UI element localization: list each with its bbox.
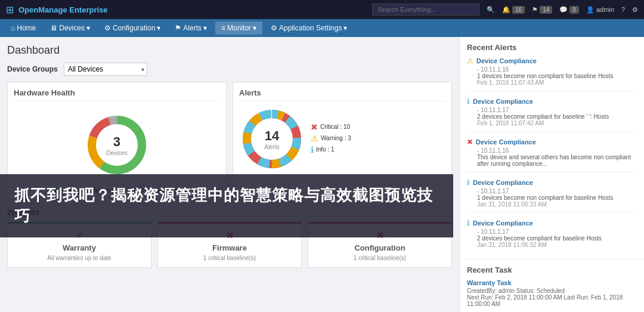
alert-err-icon-2: ✖ bbox=[467, 138, 473, 146]
alert-legend: ✖ Critical : 10 ⚠ Warning : 3 ℹ Info : 1 bbox=[311, 122, 351, 156]
info-alert-icon: ℹ bbox=[311, 145, 314, 155]
info-alert-label: Info : 1 bbox=[316, 146, 335, 153]
configuration-desc: 1 critical baseline(s) bbox=[314, 255, 445, 261]
warning-alert-label: Warning : 3 bbox=[321, 135, 351, 141]
alerts-badge: 🔔 16 bbox=[502, 6, 525, 14]
alert-header-3: ℹ Device Compliance bbox=[467, 178, 637, 187]
alert-item-4: ℹ Device Compliance - 10.11.1.17 2 devic… bbox=[467, 219, 637, 253]
alert-header-0: ⚠ Device Compliance bbox=[467, 57, 637, 65]
alert-item-0: ⚠ Device Compliance - 10.11.1.16 1 devic… bbox=[467, 57, 637, 91]
legend-info-alert: ℹ Info : 1 bbox=[311, 145, 351, 155]
device-groups-select-wrap[interactable]: All Devices ▾ bbox=[64, 63, 147, 76]
warranty-name: Warranty bbox=[14, 243, 145, 252]
nav-alerts-label: Alerts bbox=[183, 24, 202, 32]
nav-home[interactable]: ⌂ Home bbox=[5, 21, 42, 35]
alert-warn-icon-0: ⚠ bbox=[467, 57, 473, 65]
alert-item-1: ℹ Device Compliance - 10.11.1.17 2 devic… bbox=[467, 97, 637, 132]
overlay-banner: 抓不到我吧？揭秘资源管理中的智慧策略与高效截图预览技巧 bbox=[0, 174, 453, 237]
devices-icon: 🖥 bbox=[50, 24, 57, 32]
critical-alert-icon: ✖ bbox=[311, 122, 318, 132]
alert-title-3[interactable]: Device Compliance bbox=[473, 179, 533, 186]
alert-item-3: ℹ Device Compliance - 10.11.1.17 1 devic… bbox=[467, 178, 637, 213]
config-icon: ⚙ bbox=[104, 24, 111, 32]
alert-info-icon-1: ℹ bbox=[467, 97, 470, 106]
firmware-name: Firmware bbox=[164, 243, 295, 252]
config-arrow-icon: ▾ bbox=[157, 24, 160, 32]
alert-info-icon-4: ℹ bbox=[467, 219, 470, 227]
alert-header-1: ℹ Device Compliance bbox=[467, 97, 637, 106]
alert-time-0: Feb 1, 2018 11:07:43 AM bbox=[477, 79, 637, 86]
alerts-donut-wrap: 14 Alerts bbox=[239, 106, 305, 172]
nav-devices-label: Devices bbox=[59, 24, 85, 32]
alert-msg-3: 1 devices become non compliant for basel… bbox=[477, 194, 637, 201]
recent-alerts-title: Recent Alerts bbox=[467, 43, 637, 52]
alert-title-2[interactable]: Device Compliance bbox=[476, 138, 536, 146]
device-groups-label: Device Groups bbox=[7, 65, 58, 73]
alerts-content: 14 Alerts ✖ Critical : 10 ⚠ Warning : 3 bbox=[239, 106, 445, 172]
alert-msg-1: 2 devices become compliant for baseline … bbox=[477, 113, 637, 120]
devices-arrow-icon: ▾ bbox=[86, 24, 90, 32]
alert-time-4: Jan 31, 2018 11:06:32 AM bbox=[477, 242, 637, 248]
alert-title-0[interactable]: Device Compliance bbox=[476, 57, 537, 64]
alerts-count: 16 bbox=[512, 6, 525, 14]
alerts-sub: Alerts bbox=[264, 144, 280, 150]
username: admin bbox=[596, 6, 614, 13]
nav-configuration[interactable]: ⚙ Configuration ▾ bbox=[98, 21, 166, 35]
topbar-left: ⊞ OpenManage Enterprise bbox=[6, 4, 108, 16]
right-sidebar: Recent Alerts ⚠ Device Compliance - 10.1… bbox=[459, 37, 644, 312]
hw-donut-label: 3 Devices bbox=[106, 134, 128, 156]
home-icon: ⌂ bbox=[11, 24, 15, 32]
alerts-nav-icon: ⚑ bbox=[175, 24, 181, 32]
alert-info-icon-3: ℹ bbox=[467, 178, 470, 187]
task-title-0[interactable]: Warranty Task bbox=[467, 279, 637, 286]
navbar: ⌂ Home 🖥 Devices ▾ ⚙ Configuration ▾ ⚑ A… bbox=[0, 19, 644, 37]
alert-header-2: ✖ Device Compliance bbox=[467, 138, 637, 146]
app-name: OpenManage Enterprise bbox=[18, 5, 108, 14]
alerts-card-title: Alerts bbox=[239, 88, 445, 101]
errors-badge: 💬 0 bbox=[559, 6, 579, 14]
alerts-arrow-icon: ▾ bbox=[203, 24, 207, 32]
monitor-arrow-icon: ▾ bbox=[253, 24, 256, 32]
alert-msg-2: This device and several others has becom… bbox=[477, 154, 637, 167]
alert-title-1[interactable]: Device Compliance bbox=[473, 98, 533, 105]
hardware-health-chart: 3 Devices bbox=[14, 106, 220, 184]
main-area: Dashboard Device Groups All Devices ▾ Ha… bbox=[0, 37, 459, 312]
recent-alerts-section: Recent Alerts ⚠ Device Compliance - 10.1… bbox=[460, 37, 644, 260]
warning-alert-icon: ⚠ bbox=[311, 134, 318, 143]
recent-tasks-section: Recent Task Warranty Task CreatedBy: adm… bbox=[460, 260, 644, 312]
configuration-name: Configuration bbox=[314, 243, 445, 252]
device-groups-row: Device Groups All Devices ▾ bbox=[7, 63, 452, 76]
alert-item-2: ✖ Device Compliance - 10.11.1.16 This de… bbox=[467, 138, 637, 172]
settings-icon[interactable]: ⚙ bbox=[632, 6, 638, 14]
alerts-count-label: 14 bbox=[264, 128, 280, 144]
search-icon[interactable]: 🔍 bbox=[487, 6, 495, 14]
alert-msg-0: 1 devices become non compliant for basel… bbox=[477, 73, 637, 79]
app-settings-icon: ⚙ bbox=[271, 24, 277, 32]
topbar-right: 🔍 🔔 16 ⚑ 14 💬 0 👤 admin ? ⚙ bbox=[372, 4, 638, 16]
help-icon[interactable]: ? bbox=[621, 6, 625, 13]
nav-devices[interactable]: 🖥 Devices ▾ bbox=[44, 21, 96, 35]
legend-critical-alert: ✖ Critical : 10 bbox=[311, 122, 351, 132]
app-settings-arrow-icon: ▾ bbox=[343, 24, 347, 32]
hardware-health-title: Hardware Health bbox=[14, 88, 220, 101]
device-groups-select[interactable]: All Devices bbox=[64, 63, 147, 76]
nav-alerts[interactable]: ⚑ Alerts ▾ bbox=[169, 21, 213, 35]
alerts-donut-label: 14 Alerts bbox=[264, 128, 280, 150]
alert-header-4: ℹ Device Compliance bbox=[467, 219, 637, 227]
alert-title-4[interactable]: Device Compliance bbox=[473, 220, 533, 227]
task-item-0: Warranty Task CreatedBy: admin Status: S… bbox=[467, 279, 637, 307]
nav-monitor[interactable]: ≡ Monitor ▾ bbox=[215, 21, 262, 35]
nav-app-settings[interactable]: ⚙ Application Settings ▾ bbox=[265, 21, 353, 35]
topbar: ⊞ OpenManage Enterprise 🔍 🔔 16 ⚑ 14 💬 0 … bbox=[0, 0, 644, 19]
alert-ip-0: - 10.11.1.16 bbox=[477, 66, 637, 73]
search-input[interactable] bbox=[372, 4, 479, 16]
monitor-icon: ≡ bbox=[221, 24, 225, 32]
errors-count: 0 bbox=[569, 6, 579, 14]
warnings-badge: ⚑ 14 bbox=[532, 6, 552, 14]
task-detail-0: CreatedBy: admin Status: Scheduled bbox=[467, 288, 637, 294]
hw-donut-wrap: 3 Devices bbox=[84, 112, 150, 178]
alert-time-1: Feb 1, 2018 11:07:42 AM bbox=[477, 120, 637, 126]
alert-time-3: Jan 31, 2018 11:06:33 AM bbox=[477, 201, 637, 208]
user-menu[interactable]: 👤 admin bbox=[586, 6, 614, 14]
alert-ip-1: - 10.11.1.17 bbox=[477, 107, 637, 113]
